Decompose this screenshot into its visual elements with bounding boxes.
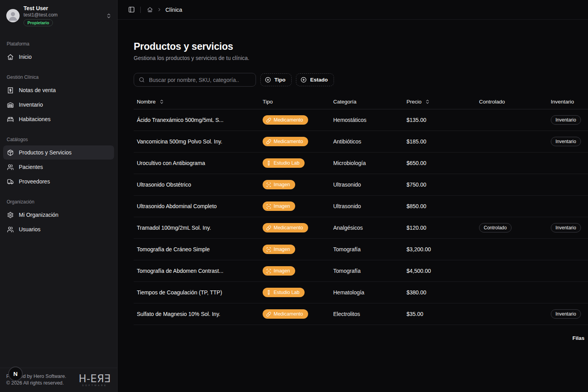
table-row[interactable]: Urocultivo con AntibiogramaEstudio LabMi…	[134, 152, 588, 174]
product-category: Antibióticos	[330, 138, 403, 145]
receipt-icon	[7, 87, 14, 94]
pill-icon	[266, 225, 271, 230]
controlled-badge: Controlado	[479, 223, 512, 232]
product-price: $850.00	[403, 203, 476, 209]
chevrons-up-down-icon	[159, 99, 164, 104]
filter-button-estado[interactable]: Estado	[296, 73, 334, 86]
type-badge-imagen: Imagen	[263, 201, 295, 211]
product-category: Microbiología	[330, 160, 403, 166]
sidebar-item-pacientes[interactable]: Pacientes	[3, 160, 114, 174]
type-badge-imagen: Imagen	[263, 180, 295, 189]
sidebar-item-label: Mi Organización	[19, 211, 58, 219]
warehouse-icon	[7, 102, 14, 108]
breadcrumb-home-link[interactable]	[147, 7, 153, 13]
user-menu[interactable]: Test User test1@test.com Propietario	[0, 0, 117, 29]
sidebar-item-label: Proveedores	[19, 178, 50, 185]
page-content: Productos y servicios Gestiona los produ…	[118, 20, 588, 341]
column-header-precio[interactable]: Precio	[403, 99, 476, 105]
sidebar-toggle-button[interactable]	[128, 6, 135, 13]
sort-icon[interactable]	[425, 99, 430, 104]
n-floating-button[interactable]: N	[8, 367, 23, 381]
type-badge-medicamento: Medicamento	[263, 309, 308, 319]
product-price: $35.00	[403, 311, 476, 317]
product-category: Tomografía	[330, 246, 403, 252]
nav-section-label: Catálogos	[3, 137, 114, 142]
sidebar-item-mi-organizacion[interactable]: Mi Organización	[3, 208, 114, 222]
column-header-categoria: Categoría	[330, 99, 403, 105]
product-price: $120.00	[403, 225, 476, 231]
test-tube-icon	[266, 290, 271, 295]
topbar: Clínica	[118, 0, 588, 20]
product-price: $4,500.00	[403, 268, 476, 274]
scan-icon	[266, 247, 271, 252]
table-row[interactable]: Tomografía de Cráneo SimpleImagenTomogra…	[134, 239, 588, 260]
page-title: Productos y servicios	[134, 40, 588, 52]
pill-icon	[266, 118, 271, 123]
chevron-right-icon	[157, 7, 162, 12]
sidebar-item-inventario[interactable]: Inventario	[3, 98, 114, 112]
sidebar-item-usuarios[interactable]: Usuarios	[3, 222, 114, 236]
sidebar-item-productos-y-servicios[interactable]: Productos y Servicios	[3, 145, 114, 160]
sidebar-item-label: Habitaciones	[19, 115, 51, 123]
product-name: Vancomicina 500mg Polvo Sol. Iny.	[134, 138, 260, 145]
home-icon	[147, 7, 153, 13]
scan-icon	[266, 204, 271, 209]
table-row[interactable]: Tomografía de Abdomen Contrast...ImagenT…	[134, 260, 588, 282]
column-header-inventario: Inventario	[548, 99, 588, 105]
product-category: Ultrasonido	[330, 203, 403, 209]
inventory-badge: Inventario	[551, 309, 581, 319]
sidebar-item-habitaciones[interactable]: Habitaciones	[3, 112, 114, 126]
products-table: NombreTipoCategoríaPrecioControladoInven…	[134, 94, 588, 325]
type-badge-imagen: Imagen	[263, 266, 295, 276]
main-area: Clínica Productos y servicios Gestiona l…	[118, 0, 588, 392]
sidebar-item-label: Pacientes	[19, 163, 43, 171]
product-price: $185.00	[403, 138, 476, 145]
product-name: Ácido Tranexámico 500mg/5mL S...	[134, 117, 260, 123]
type-badge-medicamento: Medicamento	[263, 223, 308, 232]
product-category: Electrolitos	[330, 311, 403, 317]
truck-icon	[7, 178, 14, 185]
product-name: Tramadol 100mg/2mL Sol. Iny.	[134, 225, 260, 231]
product-category: Ultrasonido	[330, 181, 403, 188]
sidebar-item-label: Inventario	[19, 101, 43, 109]
sidebar-item-notas-de-venta[interactable]: Notas de venta	[3, 83, 114, 97]
scan-icon	[266, 182, 271, 187]
search-input[interactable]	[148, 76, 251, 83]
user-name: Test User	[24, 5, 102, 12]
sidebar-item-proveedores[interactable]: Proveedores	[3, 174, 114, 189]
avatar	[6, 9, 20, 22]
table-row[interactable]: Ácido Tranexámico 500mg/5mL S...Medicame…	[134, 109, 588, 131]
person-icon	[7, 10, 18, 21]
sidebar-item-label: Inicio	[19, 53, 32, 61]
column-header-nombre[interactable]: Nombre	[134, 99, 260, 105]
nav-section-label: Plataforma	[3, 41, 114, 47]
product-name: Sulfato de Magnesio 10% Sol. Iny.	[134, 311, 260, 317]
product-price: $380.00	[403, 289, 476, 296]
table-row[interactable]: Vancomicina 500mg Polvo Sol. Iny.Medicam…	[134, 131, 588, 152]
type-badge-medicamento: Medicamento	[263, 137, 308, 146]
scan-icon	[266, 269, 271, 274]
users-icon	[7, 164, 14, 171]
product-name: Tomografía de Abdomen Contrast...	[134, 268, 260, 274]
table-row[interactable]: Sulfato de Magnesio 10% Sol. Iny.Medicam…	[134, 303, 588, 325]
inventory-badge: Inventario	[551, 115, 581, 125]
product-price: $750.00	[403, 181, 476, 188]
product-category: Hematología	[330, 289, 403, 296]
sidebar-item-label: Notas de venta	[19, 86, 56, 94]
filter-button-tipo[interactable]: Tipo	[260, 73, 292, 86]
table-row[interactable]: Tiempos de Coagulación (TP, TTP)Estudio …	[134, 282, 588, 303]
chevrons-up-down-icon	[106, 13, 112, 19]
panel-left-icon	[128, 6, 135, 13]
column-header-controlado: Controlado	[476, 99, 548, 105]
table-row[interactable]: Ultrasonido ObstétricoImagenUltrasonido$…	[134, 174, 588, 196]
table-row[interactable]: Ultrasonido Abdominal CompletoImagenUltr…	[134, 196, 588, 217]
type-badge-medicamento: Medicamento	[263, 115, 308, 125]
product-name: Tiempos de Coagulación (TP, TTP)	[134, 289, 260, 296]
product-price: $3,200.00	[403, 246, 476, 252]
breadcrumb-current: Clínica	[165, 7, 182, 13]
sidebar-item-inicio[interactable]: Inicio	[3, 50, 114, 64]
product-name: Ultrasonido Obstétrico	[134, 181, 260, 188]
table-row[interactable]: Tramadol 100mg/2mL Sol. Iny.MedicamentoA…	[134, 217, 588, 239]
sort-icon[interactable]	[159, 99, 164, 104]
user-email: test1@test.com	[24, 12, 102, 18]
